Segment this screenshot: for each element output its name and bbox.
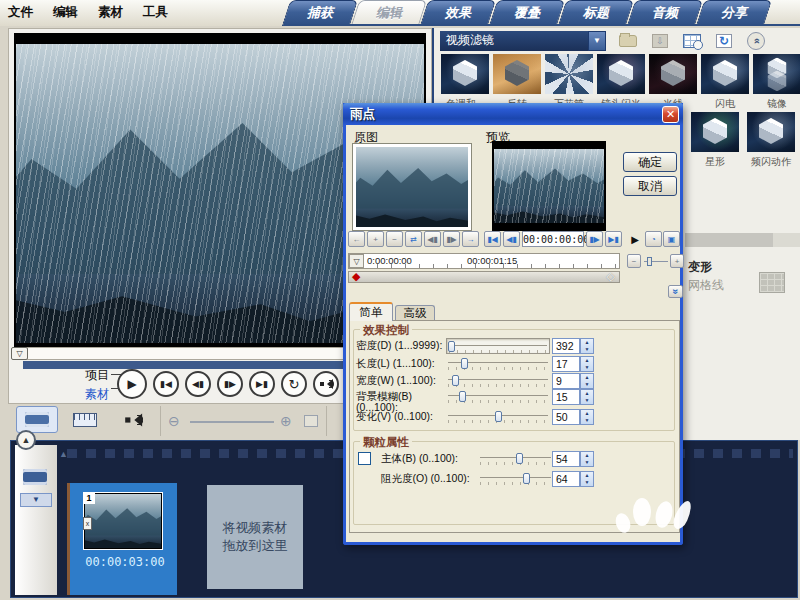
ruler-zoom-handle[interactable] [647, 257, 652, 266]
tab-basic[interactable]: 简单 [349, 302, 393, 321]
audio-view-button[interactable] [112, 406, 154, 433]
go-begin-icon[interactable]: ▮◀ [484, 231, 501, 247]
seek-handle[interactable]: ▽ [11, 347, 28, 360]
end-button[interactable]: ▶▮ [249, 371, 275, 397]
keyframe-goto-icon[interactable]: → [462, 231, 479, 247]
effect-control-title: 效果控制 [360, 323, 412, 338]
ruler-zoom-in-icon[interactable]: + [670, 254, 684, 268]
expand-gallery-button[interactable]: » [744, 31, 768, 51]
options-button[interactable] [680, 31, 704, 51]
body-slider[interactable] [478, 451, 553, 467]
preview-screen-icon[interactable]: ▣ [663, 231, 680, 247]
keyframe-prev-icon[interactable]: ← [348, 231, 365, 247]
options-panel-bar [685, 233, 773, 247]
swap-button[interactable]: ↻ [712, 31, 736, 51]
density-slider[interactable] [446, 338, 550, 354]
gridlines-options-icon[interactable] [759, 272, 785, 293]
zoom-in-icon[interactable]: ⊕ [280, 413, 292, 429]
zoom-out-icon[interactable]: ⊖ [168, 413, 180, 429]
opacity-value[interactable]: 64 [552, 471, 580, 487]
body-row: 主体(B) (0..100): 54 ▲▼ [356, 451, 676, 469]
tab-overlay[interactable]: 覆叠 [490, 0, 564, 26]
filter-item-star[interactable]: 星形 [689, 112, 741, 169]
load-media-button[interactable] [616, 31, 640, 51]
tab-audio[interactable]: 音频 [628, 0, 702, 26]
tab-share[interactable]: 分享 [697, 0, 771, 26]
density-spinner[interactable]: ▲▼ [580, 338, 594, 354]
background-blur-value[interactable]: 15 [552, 389, 580, 405]
step-back-button[interactable]: ◀▮ [185, 371, 211, 397]
ruler-zoom-out-icon[interactable]: − [627, 254, 641, 268]
length-spinner[interactable]: ▲▼ [580, 356, 594, 372]
tab-capture[interactable]: 捕获 [283, 0, 357, 26]
tab-title[interactable]: 标题 [559, 0, 633, 26]
menu-file[interactable]: 文件 [8, 4, 33, 21]
keyframe-add-icon[interactable]: + [367, 231, 384, 247]
length-slider[interactable] [446, 356, 550, 372]
effect-ruler[interactable]: 0:00:00:00 00:00:01:15 [348, 253, 620, 269]
close-icon[interactable]: ✕ [662, 106, 679, 123]
play-button[interactable]: ▶ [117, 369, 147, 399]
preview-play-button[interactable]: ▶ [625, 231, 645, 248]
repeat-button[interactable]: ↻ [281, 371, 307, 397]
preview-gauge-icon[interactable]: ◔ [645, 231, 662, 247]
collapse-chevron-icon[interactable]: » [668, 285, 683, 298]
menu-tools[interactable]: 工具 [143, 4, 168, 21]
ok-button[interactable]: 确定 [623, 152, 677, 172]
timeline-view-button[interactable] [64, 406, 106, 433]
home-button[interactable]: ▮◀ [153, 371, 179, 397]
variation-slider[interactable] [446, 409, 550, 425]
menu-edit[interactable]: 编辑 [53, 4, 78, 21]
body-spinner[interactable]: ▲▼ [580, 451, 594, 467]
filter-item-mirror[interactable]: 镜像 [751, 54, 800, 111]
step-forward-icon[interactable]: ▮▶ [586, 231, 603, 247]
keyframe-remove-icon[interactable]: − [386, 231, 403, 247]
background-blur-row: 背景模糊(B) (0...100): 15 ▲▼ [356, 389, 676, 411]
tab-advanced[interactable]: 高级 [395, 305, 435, 321]
filter-item-strobe[interactable]: 频闪动作 [745, 112, 797, 169]
tab-effect[interactable]: 效果 [421, 0, 495, 26]
timecode-field[interactable]: 00:00:00:00 [522, 231, 584, 247]
length-value[interactable]: 17 [552, 356, 580, 372]
keyframe-move-right-icon[interactable]: ▮▶ [443, 231, 460, 247]
storyboard-clip-selected[interactable]: 1 x 00:00:03:00 [67, 483, 177, 595]
opacity-spinner[interactable]: ▲▼ [580, 471, 594, 487]
go-end-icon[interactable]: ▶▮ [605, 231, 622, 247]
ruler-scrub-handle[interactable]: ▽ [349, 254, 364, 268]
filter-item-lightning[interactable]: 闪电 [699, 54, 751, 111]
sort-button[interactable]: ⇩ [648, 31, 672, 51]
gallery-dropdown-arrow[interactable]: ▼ [588, 31, 606, 51]
width-slider[interactable] [446, 373, 550, 389]
opacity-slider[interactable] [478, 471, 553, 487]
step-back-icon[interactable]: ◀▮ [503, 231, 520, 247]
clip-thumbnail-image [85, 494, 161, 548]
menu-clip[interactable]: 素材 [98, 4, 123, 21]
variation-spinner[interactable]: ▲▼ [580, 409, 594, 425]
keyframe-reverse-icon[interactable]: ⇄ [405, 231, 422, 247]
particle-checkbox[interactable] [358, 452, 371, 465]
keyframe-track[interactable]: ◆ ◇ [348, 271, 620, 283]
keyframe-start-diamond[interactable]: ◆ [352, 270, 360, 283]
width-spinner[interactable]: ▲▼ [580, 373, 594, 389]
body-value[interactable]: 54 [552, 451, 580, 467]
width-value[interactable]: 9 [552, 373, 580, 389]
dialog-titlebar[interactable]: 雨点 [343, 103, 683, 125]
tab-edit[interactable]: 编辑 [352, 0, 426, 26]
gallery-dropdown[interactable]: 视频滤镜 [440, 31, 588, 51]
keyframe-end-diamond[interactable]: ◇ [607, 270, 615, 283]
keyframe-move-left-icon[interactable]: ◀▮ [424, 231, 441, 247]
timeline-zoom-slider[interactable] [190, 421, 274, 423]
panel-eject-button[interactable]: ▲ [16, 430, 36, 450]
cancel-button[interactable]: 取消 [623, 176, 677, 196]
track-expand-button[interactable]: ▼ [20, 493, 52, 507]
volume-button[interactable] [313, 371, 339, 397]
storyboard-view-button[interactable] [16, 406, 58, 433]
background-blur-spinner[interactable]: ▲▼ [580, 389, 594, 405]
clip-thumbnail[interactable] [83, 492, 163, 550]
variation-value[interactable]: 50 [552, 409, 580, 425]
storyboard-drop-placeholder[interactable]: 将视频素材 拖放到这里 [207, 485, 303, 589]
step-forward-button[interactable]: ▮▶ [217, 371, 243, 397]
density-value[interactable]: 392 [552, 338, 580, 354]
fit-project-icon[interactable] [304, 415, 318, 427]
background-blur-slider[interactable] [446, 389, 550, 405]
